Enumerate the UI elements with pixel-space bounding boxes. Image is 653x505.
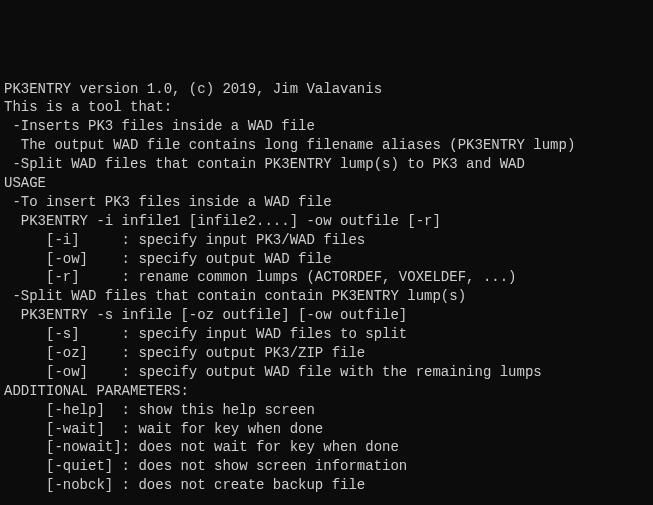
output-line: [-i] : specify input PK3/WAD files: [4, 231, 653, 250]
output-line: PK3ENTRY version 1.0, (c) 2019, Jim Vala…: [4, 80, 653, 99]
output-line: -Inserts PK3 files inside a WAD file: [4, 117, 653, 136]
output-line: [-s] : specify input WAD files to split: [4, 325, 653, 344]
output-line: [-oz] : specify output PK3/ZIP file: [4, 344, 653, 363]
output-line: [-quiet] : does not show screen informat…: [4, 457, 653, 476]
output-line: PK3ENTRY -s infile [-oz outfile] [-ow ou…: [4, 306, 653, 325]
output-line: [-ow] : specify output WAD file with the…: [4, 363, 653, 382]
output-line: -Split WAD files that contain PK3ENTRY l…: [4, 155, 653, 174]
output-line: [-ow] : specify output WAD file: [4, 250, 653, 269]
output-line: [-nowait]: does not wait for key when do…: [4, 438, 653, 457]
output-line: [-nobck] : does not create backup file: [4, 476, 653, 495]
output-line: [-wait] : wait for key when done: [4, 420, 653, 439]
output-line: USAGE: [4, 174, 653, 193]
output-line: [-help] : show this help screen: [4, 401, 653, 420]
terminal-output: PK3ENTRY version 1.0, (c) 2019, Jim Vala…: [4, 80, 653, 496]
output-line: ADDITIONAL PARAMETERS:: [4, 382, 653, 401]
output-line: [-r] : rename common lumps (ACTORDEF, VO…: [4, 268, 653, 287]
output-line: -Split WAD files that contain contain PK…: [4, 287, 653, 306]
output-line: The output WAD file contains long filena…: [4, 136, 653, 155]
output-line: -To insert PK3 files inside a WAD file: [4, 193, 653, 212]
output-line: This is a tool that:: [4, 98, 653, 117]
output-line: PK3ENTRY -i infile1 [infile2....] -ow ou…: [4, 212, 653, 231]
